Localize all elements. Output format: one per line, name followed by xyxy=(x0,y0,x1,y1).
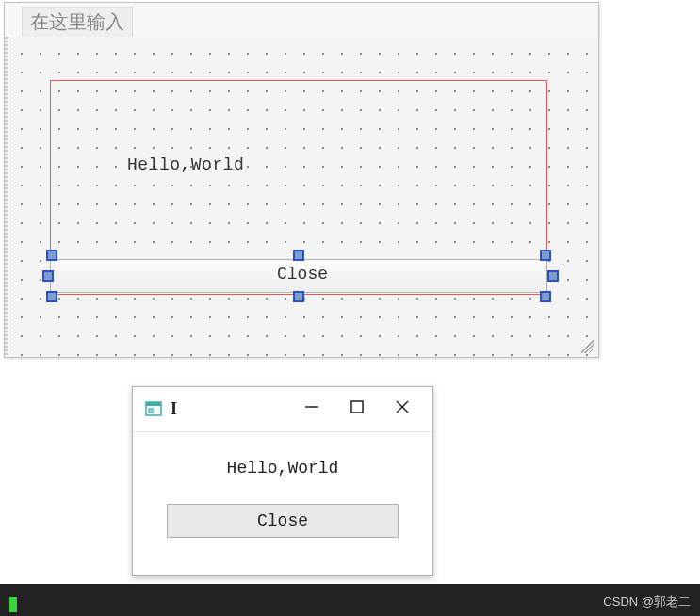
svg-rect-1 xyxy=(146,402,161,406)
tab-input-placeholder[interactable]: 在这里输入 xyxy=(22,7,133,37)
minimize-icon xyxy=(303,398,320,420)
selection-handle[interactable] xyxy=(547,270,559,282)
qt-designer-panel: 在这里输入 Hello,World Close xyxy=(4,2,599,358)
maximize-icon xyxy=(349,398,366,420)
selection-handle[interactable] xyxy=(46,291,57,302)
maximize-button[interactable] xyxy=(334,391,380,429)
selection-handle[interactable] xyxy=(540,291,551,302)
taskbar-running-indicator[interactable] xyxy=(9,597,17,612)
minimize-button[interactable] xyxy=(289,391,334,429)
designer-button-text: Close xyxy=(5,265,600,284)
selection-handle[interactable] xyxy=(293,250,304,261)
close-window-button[interactable] xyxy=(380,391,425,429)
designer-canvas[interactable]: Hello,World Close xyxy=(5,37,598,357)
svg-rect-2 xyxy=(148,408,154,413)
watermark-text: CSDN @郭老二 xyxy=(603,593,691,610)
selection-handle[interactable] xyxy=(46,250,57,261)
selection-handle[interactable] xyxy=(293,291,304,302)
titlebar[interactable]: I xyxy=(133,387,432,432)
title-cursor: I xyxy=(171,399,177,419)
app-icon xyxy=(144,399,165,420)
hello-world-label: Hello,World xyxy=(133,459,432,478)
resize-grip-icon[interactable] xyxy=(581,340,594,353)
selection-handle[interactable] xyxy=(540,250,551,261)
runtime-dialog-window: I Hello,World Close xyxy=(132,386,433,576)
svg-rect-4 xyxy=(351,401,363,413)
close-button[interactable]: Close xyxy=(167,504,399,538)
close-icon xyxy=(394,398,411,420)
designer-label-hello[interactable]: Hello,World xyxy=(127,155,244,174)
selection-handle[interactable] xyxy=(42,270,54,282)
dialog-body: Hello,World Close xyxy=(133,432,432,538)
taskbar[interactable]: CSDN @郭老二 xyxy=(0,584,700,616)
